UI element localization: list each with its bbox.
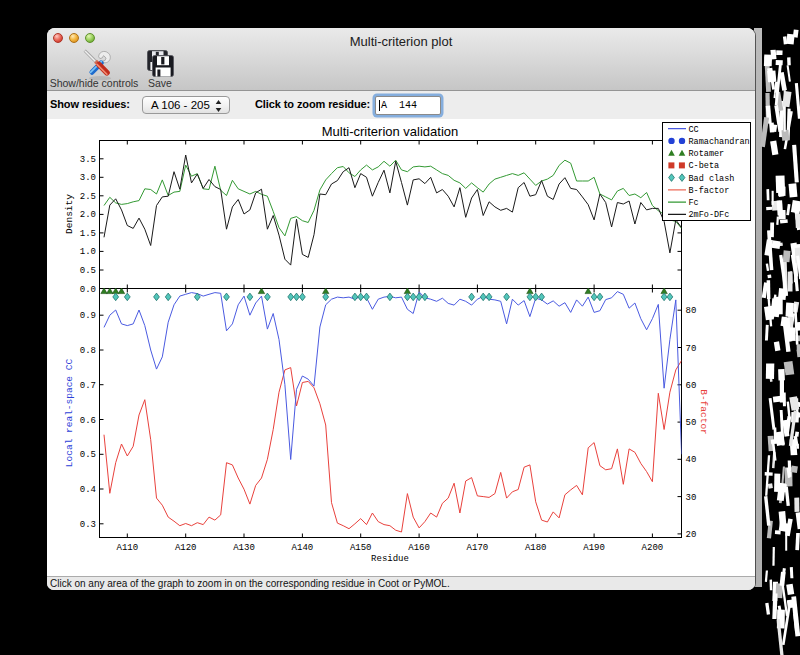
svg-text:CC: CC — [689, 125, 699, 135]
svg-text:3.0: 3.0 — [80, 173, 96, 183]
svg-text:Density: Density — [64, 194, 75, 234]
svg-text:B-factor: B-factor — [698, 389, 709, 435]
svg-text:Ramachandran: Ramachandran — [689, 137, 750, 147]
svg-text:20: 20 — [686, 530, 697, 540]
svg-text:A130: A130 — [233, 543, 255, 553]
svg-text:0.5: 0.5 — [80, 266, 96, 276]
svg-text:0.7: 0.7 — [80, 381, 96, 391]
svg-text:A160: A160 — [408, 543, 430, 553]
svg-text:0.0: 0.0 — [80, 285, 96, 295]
svg-text:Multi-criterion validation: Multi-criterion validation — [322, 124, 459, 139]
svg-text:A190: A190 — [583, 543, 605, 553]
svg-text:70: 70 — [686, 344, 697, 354]
svg-text:50: 50 — [686, 418, 697, 428]
svg-text:A110: A110 — [116, 543, 138, 553]
svg-text:A180: A180 — [525, 543, 547, 553]
svg-text:0.6: 0.6 — [80, 416, 96, 426]
svg-text:A120: A120 — [175, 543, 197, 553]
svg-text:Local real-space CC: Local real-space CC — [64, 359, 75, 468]
svg-text:0.8: 0.8 — [80, 346, 96, 356]
svg-text:Bad clash: Bad clash — [689, 174, 735, 184]
svg-text:60: 60 — [686, 381, 697, 391]
svg-text:0.3: 0.3 — [80, 520, 96, 530]
svg-text:2.5: 2.5 — [80, 192, 96, 202]
svg-text:80: 80 — [686, 306, 697, 316]
svg-text:Rotamer: Rotamer — [689, 149, 725, 159]
svg-text:C-beta: C-beta — [689, 161, 720, 171]
svg-text:Residue: Residue — [371, 554, 409, 564]
svg-text:A140: A140 — [292, 543, 314, 553]
svg-text:2.0: 2.0 — [80, 210, 96, 220]
svg-text:0.9: 0.9 — [80, 311, 96, 321]
svg-text:1.0: 1.0 — [80, 247, 96, 257]
svg-text:B-factor: B-factor — [689, 186, 730, 196]
svg-text:40: 40 — [686, 455, 697, 465]
svg-text:2mFo-DFc: 2mFo-DFc — [689, 210, 730, 220]
svg-text:30: 30 — [686, 493, 697, 503]
svg-text:3.5: 3.5 — [80, 155, 96, 165]
svg-text:Fc: Fc — [689, 198, 699, 208]
svg-text:A200: A200 — [642, 543, 664, 553]
svg-text:0.4: 0.4 — [80, 485, 96, 495]
svg-text:0.5: 0.5 — [80, 450, 96, 460]
svg-text:A150: A150 — [350, 543, 372, 553]
svg-text:1.5: 1.5 — [80, 229, 96, 239]
svg-text:A170: A170 — [467, 543, 489, 553]
